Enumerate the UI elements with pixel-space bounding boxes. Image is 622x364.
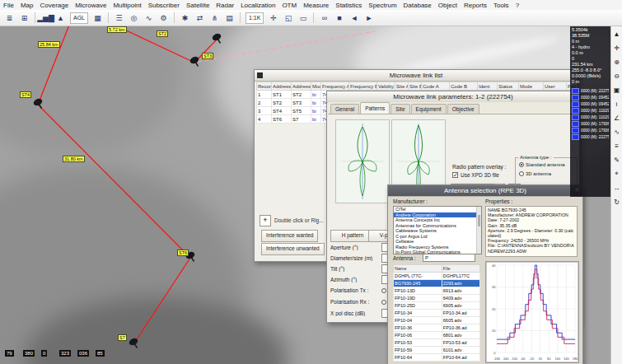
center-icon[interactable]: ⌖	[612, 170, 621, 178]
menu-grid-icon[interactable]: ≣	[2, 12, 16, 24]
antenna-row[interactable]: FP10-25D6905.adv	[394, 302, 480, 310]
interference-unwanted-button[interactable]: Interference unwanted	[261, 243, 325, 255]
menu-item-microwave[interactable]: Microwave	[72, 2, 110, 9]
dish-antenna-icon[interactable]	[32, 97, 43, 108]
zoom-in-icon[interactable]: ⊕	[612, 58, 621, 66]
antenna-search-input[interactable]: P	[423, 254, 475, 262]
antenna-row[interactable]: FP10-066801.adv	[394, 332, 480, 339]
menu-item-coverage[interactable]: Coverage	[36, 2, 72, 9]
scale-chip[interactable]: 1:1K	[246, 12, 264, 24]
xpd-checkbox[interactable]	[452, 172, 458, 178]
legend-item[interactable]: 0000 (M): 179368	[572, 120, 609, 127]
binoculars-icon[interactable]: ∞	[317, 12, 331, 24]
gear-icon[interactable]: ⚙	[157, 12, 171, 24]
antenna-row[interactable]: FP10-19D6409.adv	[394, 295, 480, 302]
menu-item-localization[interactable]: Localization	[237, 2, 278, 9]
site-label-s7[interactable]: S7	[118, 334, 127, 341]
antenna-row[interactable]: FP10-13D6913.adv	[394, 287, 480, 295]
pan-icon[interactable]: ✛	[612, 44, 621, 52]
raster-grid-icon[interactable]: ▦	[91, 12, 105, 24]
crosshair-icon[interactable]: ✛	[266, 12, 280, 24]
tab-equipment[interactable]: Equipment	[411, 104, 447, 114]
column-header[interactable]: Validity	[377, 82, 395, 91]
wave-icon[interactable]: ∿	[142, 12, 156, 24]
antenna-row[interactable]: FP10-596101.adv	[394, 347, 480, 354]
menu-item-tools[interactable]: Tools	[490, 2, 512, 9]
profile-icon[interactable]: ∿	[612, 128, 621, 136]
column-header[interactable]: User	[544, 82, 567, 91]
table-icon[interactable]: ▤	[222, 12, 236, 24]
add-link-button[interactable]: +	[260, 215, 271, 226]
column-header[interactable]: Code A	[422, 82, 450, 91]
column-header[interactable]: Mode	[519, 82, 544, 91]
pointer-icon[interactable]: ▲	[612, 30, 621, 38]
antenna-mast-icon[interactable]: ▲	[54, 12, 68, 24]
column-header[interactable]: Frequency B	[349, 82, 377, 91]
menu-item-otm[interactable]: OTM	[278, 2, 300, 9]
column-header[interactable]: Status	[498, 82, 519, 91]
legend-item[interactable]: 0000 (M): 110294	[572, 114, 609, 120]
tab-patterns[interactable]: Patterns	[360, 102, 390, 114]
column-header[interactable]: Name	[394, 265, 442, 273]
star-icon[interactable]: ✱	[178, 12, 192, 24]
column-header[interactable]: Site A #	[395, 82, 409, 91]
menu-item-database[interactable]: Database	[400, 2, 435, 9]
antenna-row[interactable]: FP10-36FP10-36.ad	[394, 324, 480, 332]
h-pattern-preview[interactable]	[335, 119, 390, 203]
edit-icon[interactable]: ✎	[612, 156, 621, 164]
prev-icon[interactable]: ◄	[347, 12, 361, 24]
menu-item-object[interactable]: Object	[435, 2, 461, 9]
menu-item-file[interactable]: File	[0, 2, 17, 9]
dish-antenna-icon[interactable]	[211, 32, 222, 43]
column-header[interactable]: Ident	[478, 82, 498, 91]
site-label-st2[interactable]: ST2	[157, 30, 168, 37]
antenna-type-option[interactable]: Standard antenna	[519, 162, 575, 167]
window-menu-icon[interactable]	[257, 72, 263, 78]
column-header[interactable]: Site B #	[409, 82, 422, 91]
menu-item-map[interactable]: Map	[17, 2, 37, 9]
legend-item[interactable]: 0000 (M): 222754	[572, 133, 609, 140]
menu-item-measure[interactable]: Measure	[300, 2, 332, 9]
network-icon[interactable]: ⋔	[208, 12, 222, 24]
menu-item-[interactable]: ?	[512, 2, 522, 9]
interference-wanted-button[interactable]: Interference wanted	[261, 230, 318, 242]
column-header[interactable]: Code B	[450, 82, 478, 91]
params-titlebar[interactable]: Microwave link parameters: 1-2 (222754)	[327, 91, 579, 103]
sliders-icon[interactable]: ☰	[112, 12, 126, 24]
layers-icon[interactable]: ≡	[612, 142, 621, 150]
menu-item-spectrum[interactable]: Spectrum	[365, 2, 400, 9]
menu-item-radar[interactable]: Radar	[213, 2, 237, 9]
legend-item[interactable]: 0000 (M): 222754	[572, 87, 609, 94]
measure-angle-icon[interactable]: ∠	[612, 114, 621, 122]
column-header[interactable]: File	[442, 265, 479, 273]
bar-chart-icon[interactable]: ▂▅▇	[39, 12, 53, 24]
site-label-st6[interactable]: ST6	[177, 250, 189, 256]
tab-general[interactable]: General	[330, 104, 359, 114]
site-label-st3[interactable]: ST3	[202, 53, 213, 59]
legend-item[interactable]: 0000 (M): 179368	[572, 127, 609, 133]
menu-item-subscriber[interactable]: Subscriber	[145, 2, 183, 9]
column-header[interactable]: Address A	[272, 82, 292, 91]
info-icon[interactable]: i	[612, 100, 621, 108]
agl-chip[interactable]: AGL	[70, 12, 88, 24]
frame-icon[interactable]: ▭	[296, 12, 310, 24]
menu-item-satellite[interactable]: Satellite	[183, 2, 213, 9]
move-icon[interactable]: ↔	[612, 184, 621, 192]
antenna-dialog-titlebar[interactable]: Antenna selection (RPE 3D) ✕	[388, 185, 582, 197]
link-list-titlebar[interactable]: Microwave link list	[255, 70, 578, 82]
antenna-row[interactable]: BG7930-2452293.adv	[394, 280, 480, 287]
dish-antenna-icon[interactable]	[189, 55, 199, 66]
site-label-st4[interactable]: ST4	[20, 91, 31, 98]
legend-item[interactable]: 0000 (M): 094520	[572, 94, 609, 100]
expand-icon[interactable]: ◱	[281, 12, 295, 24]
antenna-row[interactable]: FP10-64FP10-64.ad	[394, 354, 480, 362]
antenna-row[interactable]: FP10-34FP10-34.ad	[394, 310, 480, 317]
refresh-icon[interactable]: ↻	[612, 198, 621, 206]
full-extent-icon[interactable]: ▣	[612, 86, 621, 94]
menu-item-statistics[interactable]: Statistics	[332, 2, 365, 9]
column-header[interactable]: Address B	[292, 82, 311, 91]
antenna-type-option[interactable]: 3D antenna	[519, 171, 575, 176]
antenna-row[interactable]: FP10-046605.adv	[394, 317, 480, 324]
tab-objective[interactable]: Objective	[447, 104, 479, 114]
menu-item-multipoint[interactable]: Multipoint	[110, 2, 144, 9]
